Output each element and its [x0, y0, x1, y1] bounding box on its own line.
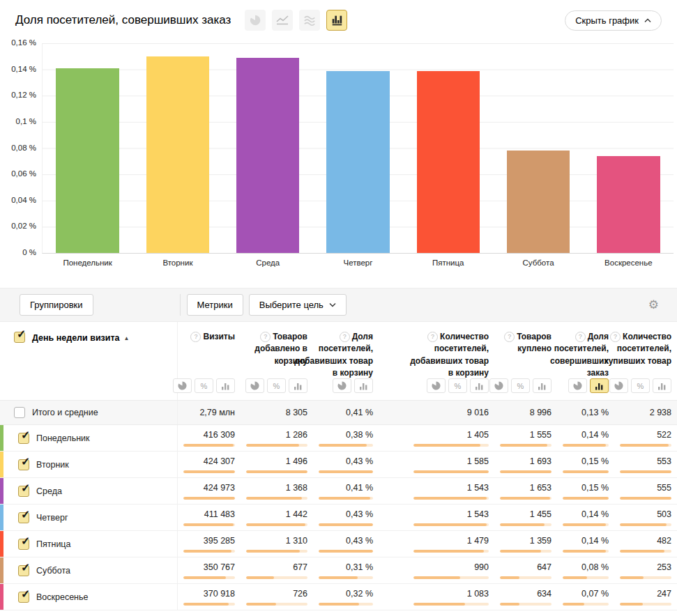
row-checkbox[interactable] [18, 459, 29, 470]
value-cell: 247 [614, 584, 677, 610]
value-minibar [246, 444, 307, 447]
hide-chart-button[interactable]: Скрыть график [565, 10, 662, 31]
row-checkbox[interactable] [18, 512, 29, 523]
pie-view-toggle[interactable] [489, 378, 508, 393]
stacked-chart-button[interactable] [299, 10, 320, 31]
bars-view-toggle[interactable] [470, 378, 489, 393]
row-label-cell: Вторник [0, 452, 178, 477]
row-label-cell: Среда [0, 478, 178, 504]
value-cell: 990 [379, 557, 494, 583]
totals-value-cell: 8 305 [241, 401, 313, 424]
row-dimension-label[interactable]: День недели визита [32, 332, 129, 343]
value-minibar [413, 444, 489, 447]
row-label: Четверг [36, 513, 68, 523]
value-cell: 0,08 % [557, 557, 614, 583]
chevron-down-icon [329, 302, 336, 307]
percent-view-toggle[interactable]: % [267, 378, 286, 393]
row-checkbox[interactable] [18, 433, 29, 444]
pie-view-toggle[interactable] [609, 378, 628, 393]
bars-view-toggle[interactable] [354, 378, 373, 393]
totals-checkbox[interactable] [14, 407, 25, 418]
help-icon[interactable] [340, 332, 350, 342]
percent-view-toggle[interactable]: % [631, 378, 650, 393]
value-minibar [319, 497, 373, 500]
x-tick-label: Вторник [132, 259, 222, 267]
value-cell: 1 359 [494, 531, 557, 557]
chart-bar[interactable] [326, 71, 389, 253]
chevron-up-icon [644, 18, 651, 23]
row-checkbox[interactable] [18, 539, 29, 550]
pie-view-toggle[interactable] [173, 378, 192, 393]
value-cell: 0,43 % [313, 452, 379, 477]
column-header[interactable]: Доля посетителей, добавивших товар в кор… [313, 322, 379, 400]
help-icon[interactable] [504, 332, 515, 342]
help-icon[interactable] [260, 332, 271, 342]
pie-view-toggle[interactable] [245, 378, 264, 393]
chart-bar[interactable] [417, 71, 480, 253]
percent-view-toggle[interactable]: % [448, 378, 467, 393]
value-minibar [620, 444, 671, 447]
pie-chart-button[interactable] [245, 10, 266, 31]
groupings-button[interactable]: Группировки [20, 294, 93, 316]
bars-icon [538, 382, 547, 390]
table-row: Воскресенье370 9187260,32 %1 0836340,07 … [0, 584, 677, 610]
help-icon[interactable] [610, 332, 621, 342]
bars-icon [595, 382, 604, 390]
chart-header: Доля посетителей, совершивших заказ Скры… [0, 0, 677, 32]
value-minibar [183, 497, 235, 500]
value-minibar [413, 576, 489, 579]
value-minibar [183, 444, 235, 447]
value-minibar [500, 576, 552, 579]
percent-icon: % [273, 382, 280, 390]
line-chart-button[interactable] [272, 10, 293, 31]
value-minibar [183, 523, 235, 526]
row-checkbox[interactable] [18, 592, 29, 603]
pie-view-toggle[interactable] [427, 378, 446, 393]
chart-bar[interactable] [507, 151, 570, 253]
column-header[interactable]: Количество посетителей, купивших товар% [614, 322, 677, 400]
page-title: Доля посетителей, совершивших заказ [15, 13, 231, 27]
help-icon[interactable] [427, 332, 438, 342]
goal-select-button[interactable]: Выберите цель [249, 294, 347, 316]
value-minibar [563, 523, 609, 526]
hide-chart-label: Скрыть график [575, 15, 639, 26]
pie-view-toggle[interactable] [568, 378, 587, 393]
pie-view-toggle[interactable] [333, 378, 351, 393]
table-row: Четверг411 4831 4420,43 %1 5431 4550,14 … [0, 505, 677, 531]
value-cell: 0,15 % [557, 478, 614, 504]
help-icon[interactable] [190, 332, 201, 342]
row-color-stripe [0, 557, 3, 583]
totals-value-cell: 8 996 [494, 401, 557, 424]
y-tick-label: 0,08 % [11, 144, 36, 152]
percent-view-toggle[interactable]: % [511, 378, 530, 393]
chart-bar[interactable] [597, 156, 660, 253]
value-minibar [183, 470, 235, 473]
value-minibar [183, 576, 235, 579]
row-checkbox[interactable] [18, 486, 29, 497]
table-row: Вторник424 3071 4960,43 %1 5851 6930,15 … [0, 452, 677, 478]
bars-view-toggle[interactable] [533, 378, 552, 393]
chart-bar[interactable] [146, 56, 209, 253]
column-chart-button[interactable] [326, 10, 347, 31]
bars-view-toggle[interactable] [289, 378, 307, 393]
gear-icon[interactable]: ⚙ [648, 299, 659, 311]
row-checkbox[interactable] [18, 565, 29, 576]
value-cell: 677 [241, 557, 313, 583]
percent-view-toggle[interactable]: % [195, 378, 213, 393]
help-icon[interactable] [575, 332, 586, 342]
metrics-button[interactable]: Метрики [187, 294, 243, 316]
value-cell: 1 585 [379, 452, 494, 477]
chart-bar[interactable] [56, 68, 119, 253]
chart-bar[interactable] [236, 58, 299, 253]
value-minibar [246, 603, 307, 606]
value-minibar [500, 470, 552, 473]
bars-view-toggle[interactable] [653, 378, 671, 393]
bars-view-toggle[interactable] [216, 378, 235, 393]
totals-label: Итого и средние [32, 408, 98, 417]
bars-view-toggle[interactable] [590, 378, 609, 393]
select-all-checkbox[interactable] [14, 332, 25, 343]
totals-value-cell: 0,13 % [557, 401, 614, 424]
value-minibar [563, 576, 609, 579]
value-minibar [500, 523, 552, 526]
value-minibar [563, 497, 609, 500]
